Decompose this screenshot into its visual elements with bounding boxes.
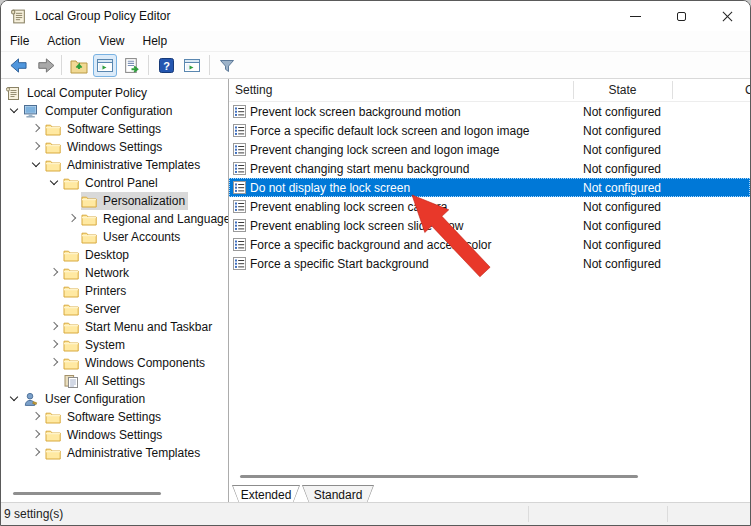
toolbar	[1, 52, 750, 79]
column-divider[interactable]	[573, 81, 574, 99]
column-divider[interactable]	[672, 81, 673, 99]
filter-button[interactable]	[215, 54, 239, 77]
menu-file[interactable]: File	[9, 32, 38, 50]
chevron-right-icon[interactable]	[30, 447, 42, 459]
tree-item-printers[interactable]: Printers	[1, 282, 228, 300]
chevron-down-icon[interactable]	[48, 177, 60, 189]
minimize-button[interactable]	[612, 1, 658, 31]
list-row-selected[interactable]: Do not display the lock screen Not confi…	[229, 178, 750, 197]
column-header-comment[interactable]: Comment	[745, 83, 750, 97]
tree-item-server[interactable]: Server	[1, 300, 228, 318]
chevron-right-icon[interactable]	[30, 411, 42, 423]
menu-action[interactable]: Action	[38, 32, 89, 50]
list-row[interactable]: Prevent changing start menu background N…	[229, 159, 750, 178]
list-row[interactable]: Prevent enabling lock screen camera Not …	[229, 197, 750, 216]
list-horizontal-scrollbar[interactable]	[240, 475, 638, 478]
chevron-right-icon[interactable]	[66, 213, 78, 225]
properties-panel-icon	[183, 57, 201, 74]
tree-item-user-software-settings[interactable]: Software Settings	[1, 408, 228, 426]
chevron-down-icon[interactable]	[8, 105, 20, 117]
list-row[interactable]: Force a specific default lock screen and…	[229, 121, 750, 140]
folder-icon	[45, 140, 61, 154]
chevron-right-icon[interactable]	[48, 321, 60, 333]
tab-standard[interactable]: Standard	[302, 485, 374, 503]
menu-help[interactable]: Help	[134, 32, 177, 50]
chevron-right-icon[interactable]	[30, 429, 42, 441]
chevron-right-icon[interactable]	[48, 339, 60, 351]
list-row[interactable]: Prevent enabling lock screen slide show …	[229, 216, 750, 235]
policy-setting-icon	[233, 124, 246, 137]
tree-item-system[interactable]: System	[1, 336, 228, 354]
chevron-down-icon[interactable]	[30, 159, 42, 171]
filter-icon	[218, 57, 236, 74]
show-console-tree-button[interactable]	[93, 54, 117, 77]
show-properties-button[interactable]	[180, 54, 204, 77]
folder-icon	[45, 410, 61, 424]
list-row[interactable]: Prevent changing lock screen and logon i…	[229, 140, 750, 159]
help-button[interactable]	[154, 54, 178, 77]
policy-setting-icon	[233, 257, 246, 270]
chevron-right-icon[interactable]	[48, 357, 60, 369]
chevron-right-icon[interactable]	[48, 267, 60, 279]
chevron-down-icon[interactable]	[8, 393, 20, 405]
tree-horizontal-scrollbar[interactable]	[13, 492, 161, 495]
export-list-button[interactable]	[119, 54, 143, 77]
tree-item-administrative-templates[interactable]: Administrative Templates	[1, 156, 228, 174]
folder-icon	[63, 248, 79, 262]
menu-bar: File Action View Help	[1, 31, 750, 52]
toolbar-separator	[61, 55, 62, 75]
maximize-button[interactable]	[658, 1, 704, 31]
folder-icon	[63, 266, 79, 280]
computer-icon	[23, 104, 39, 118]
back-button[interactable]	[6, 54, 30, 77]
folder-icon	[63, 356, 79, 370]
list-row[interactable]: Force a specific Start background Not co…	[229, 254, 750, 273]
tree-item-software-settings[interactable]: Software Settings	[1, 120, 228, 138]
tree-item-user-configuration[interactable]: User Configuration	[1, 390, 228, 408]
folder-icon	[63, 284, 79, 298]
tree-item-user-administrative-templates[interactable]: Administrative Templates	[1, 444, 228, 462]
folder-icon	[81, 230, 97, 244]
folder-icon	[81, 194, 97, 208]
tree-item-windows-components[interactable]: Windows Components	[1, 354, 228, 372]
console-tree-pane: Local Computer Policy Computer Configura…	[1, 79, 229, 504]
gpedit-app-icon	[10, 8, 27, 25]
menu-view[interactable]: View	[90, 32, 134, 50]
tree-item-computer-configuration[interactable]: Computer Configuration	[1, 102, 228, 120]
chevron-right-icon[interactable]	[30, 123, 42, 135]
tree-item-user-windows-settings[interactable]: Windows Settings	[1, 426, 228, 444]
tree-item-network[interactable]: Network	[1, 264, 228, 282]
tab-extended[interactable]: Extended	[232, 485, 300, 503]
toolbar-separator	[148, 55, 149, 75]
policy-setting-icon	[233, 200, 246, 213]
forward-button[interactable]	[32, 54, 56, 77]
scroll-icon	[5, 86, 21, 101]
chevron-right-icon[interactable]	[30, 141, 42, 153]
back-icon	[9, 57, 28, 74]
export-list-icon	[123, 57, 140, 74]
tree-item-control-panel[interactable]: Control Panel	[1, 174, 228, 192]
list-row[interactable]: Prevent lock screen background motion No…	[229, 102, 750, 121]
folder-icon	[45, 158, 61, 172]
tree-item-all-settings[interactable]: All Settings	[1, 372, 228, 390]
column-header-setting[interactable]: Setting	[235, 83, 272, 97]
column-header-state[interactable]: State	[573, 83, 672, 97]
close-button[interactable]	[704, 1, 750, 31]
list-row[interactable]: Force a specific background and accent c…	[229, 235, 750, 254]
tree-item-regional-and-language[interactable]: Regional and Language Options	[1, 210, 228, 228]
minimize-icon	[630, 16, 641, 17]
tree-item-desktop[interactable]: Desktop	[1, 246, 228, 264]
forward-icon	[35, 57, 54, 74]
status-bar: 9 setting(s)	[1, 502, 750, 525]
folder-up-icon	[70, 57, 88, 74]
tree-item-personalization[interactable]: Personalization	[1, 192, 228, 210]
tree-item-start-menu-and-taskbar[interactable]: Start Menu and Taskbar	[1, 318, 228, 336]
up-one-level-button[interactable]	[67, 54, 91, 77]
all-settings-icon	[63, 374, 79, 389]
close-icon	[722, 11, 733, 22]
tree-item-user-accounts[interactable]: User Accounts	[1, 228, 228, 246]
tree-item-local-computer-policy[interactable]: Local Computer Policy	[1, 84, 228, 102]
tree-item-windows-settings[interactable]: Windows Settings	[1, 138, 228, 156]
status-bar-divider	[528, 506, 529, 522]
folder-icon	[63, 338, 79, 352]
